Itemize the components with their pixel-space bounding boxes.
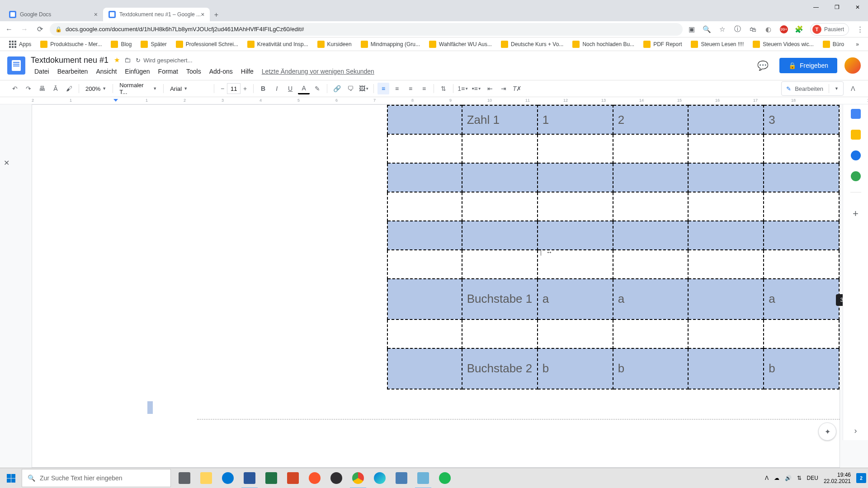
table-cell[interactable]: Buchstabe 1 [462, 279, 538, 319]
maximize-button[interactable]: ❐ [826, 0, 847, 14]
app[interactable] [391, 468, 412, 488]
extension-icon[interactable]: 99+ [779, 25, 788, 34]
explorer-app[interactable] [195, 468, 217, 488]
star-icon[interactable]: ★ [114, 56, 120, 64]
table-cell[interactable] [387, 348, 462, 389]
align-right-button[interactable]: ≡ [405, 83, 416, 94]
italic-button[interactable]: I [271, 83, 283, 94]
table-cell[interactable] [613, 163, 689, 192]
menu-addons[interactable]: Add-ons [206, 67, 236, 76]
bookmark[interactable]: Büro [819, 39, 848, 50]
increase-font-button[interactable]: + [241, 83, 250, 94]
bookmark[interactable]: Wahlfächer WU Aus... [425, 39, 495, 50]
close-outline-button[interactable]: ✕ [4, 159, 9, 167]
reload-button[interactable]: ⟳ [34, 24, 45, 35]
profile-sync-button[interactable]: T Pausiert [810, 23, 849, 36]
font-size-input[interactable]: 11 [227, 83, 241, 94]
table-cell[interactable]: 3 [764, 105, 839, 134]
align-left-button[interactable]: ≡ [377, 83, 389, 94]
table-cell[interactable] [688, 105, 764, 134]
chrome-app[interactable] [347, 468, 369, 488]
new-tab-button[interactable]: + [210, 9, 222, 21]
spellcheck-button[interactable]: Ā [50, 83, 61, 94]
numbered-list-button[interactable]: 1≡▼ [457, 83, 469, 94]
close-window-button[interactable]: ✕ [847, 0, 868, 14]
start-button[interactable] [0, 468, 22, 488]
bold-button[interactable]: B [257, 83, 269, 94]
table-cell[interactable] [387, 279, 462, 319]
volume-icon[interactable]: 🔊 [785, 475, 792, 481]
table-cell[interactable] [764, 221, 839, 250]
table-cell[interactable]: 2 [613, 105, 689, 134]
table-cell[interactable]: 1 [538, 105, 613, 134]
bookmark[interactable]: Steuern Videos wic... [749, 39, 817, 50]
table-cell[interactable]: Zahl 1 [462, 105, 538, 134]
table-cell[interactable] [688, 279, 764, 319]
table-cell[interactable] [387, 105, 462, 134]
menu-format[interactable]: Format [155, 67, 182, 76]
task-view-button[interactable] [174, 468, 195, 488]
hide-panel-button[interactable]: › [854, 426, 857, 436]
bookmark[interactable]: Kreativität und Insp... [244, 39, 312, 50]
powerpoint-app[interactable] [282, 468, 304, 488]
table-cell[interactable] [764, 163, 839, 192]
maps-icon[interactable] [851, 171, 861, 181]
align-center-button[interactable]: ≡ [391, 83, 403, 94]
comment-button[interactable]: 🗨 [344, 83, 356, 94]
notepad-app[interactable] [412, 468, 434, 488]
table-cell[interactable] [538, 221, 613, 250]
tray-expand-icon[interactable]: ᐱ [765, 475, 769, 481]
text-color-button[interactable]: A [298, 83, 310, 94]
cast-icon[interactable]: ▣ [687, 25, 696, 34]
spotify-app[interactable] [434, 468, 456, 488]
tasks-icon[interactable] [851, 150, 861, 160]
increase-indent-button[interactable]: ⇥ [498, 83, 509, 94]
tab-current-doc[interactable]: Textdokument neu #1 – Google ... × [103, 8, 210, 21]
account-avatar[interactable] [844, 57, 861, 74]
edge-app[interactable] [217, 468, 239, 488]
link-button[interactable]: 🔗 [331, 83, 343, 94]
bulleted-list-button[interactable]: •≡▼ [471, 83, 482, 94]
bookmark-overflow[interactable]: » [852, 39, 863, 49]
zoom-icon[interactable]: 🔍 [703, 25, 712, 34]
clear-format-button[interactable]: T✗ [511, 83, 523, 94]
table-cell[interactable]: a [613, 279, 689, 319]
table-cell[interactable] [462, 221, 538, 250]
wifi-icon[interactable]: ⇅ [797, 475, 802, 481]
url-field[interactable]: 🔒 docs.google.com/document/d/1hUH8k6h7Lb… [50, 23, 683, 36]
zoom-select[interactable]: 200%▼ [83, 83, 109, 94]
table-cell[interactable] [688, 348, 764, 389]
clock[interactable]: 19:46 22.02.2021 [824, 472, 851, 485]
docs-logo-icon[interactable] [7, 56, 25, 75]
apps-shortcut[interactable]: Apps [5, 39, 35, 50]
bookmark[interactable]: Deutsche Kurs + Vo... [497, 39, 567, 50]
close-icon[interactable]: × [94, 11, 98, 18]
bookmark[interactable]: Kursideen [314, 39, 355, 50]
bookmark[interactable]: Mindmapping (Gru... [357, 39, 424, 50]
chrome-menu-icon[interactable]: ⋮ [855, 25, 864, 34]
brave-app[interactable] [304, 468, 326, 488]
menu-bearbeiten[interactable]: Bearbeiten [54, 67, 92, 76]
align-justify-button[interactable]: ≡ [418, 83, 430, 94]
bookmark[interactable]: Noch hochladen Bu... [569, 39, 638, 50]
next-page[interactable] [226, 421, 822, 467]
bookmark[interactable]: Professionell Schrei... [172, 39, 242, 50]
table-cell[interactable] [462, 163, 538, 192]
windows-search-input[interactable]: 🔍Zur Suche Text hier eingeben [22, 469, 171, 487]
tab-google-docs[interactable]: Google Docs × [4, 8, 103, 21]
document-table[interactable]: Zahl 1 1 2 3 [387, 105, 840, 389]
share-button[interactable]: 🔒Freigeben [779, 58, 837, 73]
obs-app[interactable] [326, 468, 347, 488]
bookmark[interactable]: Steuern Lesen !!!! [687, 39, 747, 50]
comments-button[interactable]: 💬 [754, 56, 772, 75]
add-addon-button[interactable]: + [853, 208, 859, 220]
close-icon[interactable]: × [201, 11, 204, 18]
editing-mode-select[interactable]: ✎Bearbeiten▼ [781, 81, 844, 96]
table-cell[interactable] [613, 221, 689, 250]
horizontal-ruler[interactable]: 2112345678910111213141516171819 [0, 97, 868, 104]
explore-button[interactable]: ✦ [818, 422, 836, 441]
menu-ansicht[interactable]: Ansicht [92, 67, 120, 76]
undo-button[interactable]: ↶ [9, 83, 21, 94]
table-cell[interactable]: Buchstabe 2 [462, 348, 538, 389]
font-select[interactable]: Arial▼ [167, 83, 210, 94]
